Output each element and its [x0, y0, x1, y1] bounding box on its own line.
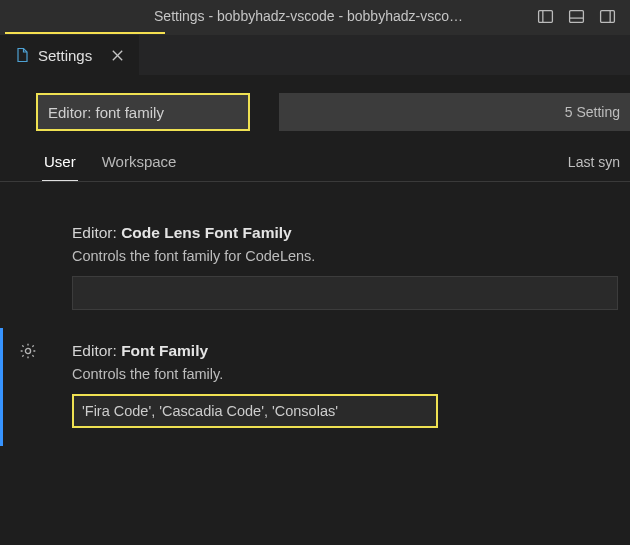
setting-font-family: Editor: Font Family Controls the font fa… — [0, 328, 630, 446]
settings-body: 5 Setting User Workspace Last syn Editor… — [0, 75, 630, 446]
svg-rect-0 — [539, 10, 553, 22]
setting-title: Editor: Font Family — [72, 342, 618, 360]
svg-point-8 — [25, 348, 30, 353]
panel-left-icon[interactable] — [537, 8, 554, 25]
svg-rect-2 — [570, 10, 584, 22]
svg-rect-4 — [601, 10, 615, 22]
search-input[interactable] — [36, 93, 250, 131]
file-icon — [14, 47, 30, 63]
panel-right-icon[interactable] — [599, 8, 616, 25]
tab-workspace[interactable]: Workspace — [100, 153, 179, 181]
setting-description: Controls the font family. — [72, 366, 618, 382]
code-lens-font-family-field[interactable] — [72, 276, 618, 310]
font-family-field[interactable] — [72, 394, 438, 428]
setting-code-lens-font-family: Editor: Code Lens Font Family Controls t… — [0, 210, 630, 328]
setting-title: Editor: Code Lens Font Family — [72, 224, 618, 242]
setting-description: Controls the font family for CodeLens. — [72, 248, 618, 264]
gear-icon[interactable] — [19, 342, 37, 360]
last-synced[interactable]: Last syn — [568, 154, 620, 180]
search-result-count: 5 Setting — [279, 93, 630, 131]
editor-layout-actions — [537, 8, 620, 25]
tab-label: Settings — [38, 47, 92, 64]
close-icon[interactable] — [110, 48, 125, 63]
editor-tabs: Settings — [0, 35, 630, 75]
scope-tabs: User Workspace Last syn — [0, 131, 630, 182]
title-bar: Settings - bobbyhadz-vscode - bobbyhadz-… — [0, 0, 630, 32]
panel-bottom-icon[interactable] — [568, 8, 585, 25]
tab-settings[interactable]: Settings — [0, 35, 140, 75]
tab-user[interactable]: User — [42, 153, 78, 181]
window-title: Settings - bobbyhadz-vscode - bobbyhadz-… — [80, 8, 537, 24]
